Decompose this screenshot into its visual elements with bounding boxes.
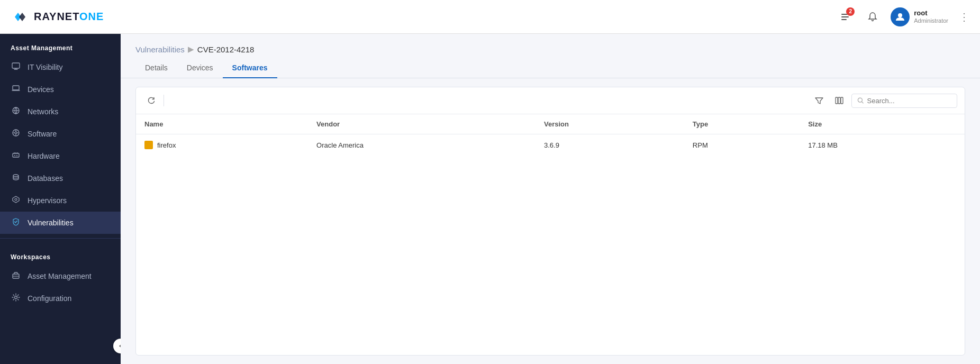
sidebar-divider <box>0 238 121 239</box>
sidebar-item-it-visibility[interactable]: IT Visibility <box>0 56 121 78</box>
svg-point-9 <box>15 132 17 134</box>
sidebar-item-configuration[interactable]: Configuration <box>0 287 121 310</box>
hypervisor-icon <box>11 195 21 206</box>
cell-type: RPM <box>684 134 800 156</box>
breadcrumb: Vulnerabilities ▶ CVE-2012-4218 <box>121 34 980 54</box>
column-vendor: Vendor <box>308 114 536 134</box>
sidebar-item-label: Databases <box>28 174 63 183</box>
cell-version: 3.6.9 <box>536 134 684 156</box>
sidebar-item-label: Configuration <box>28 294 71 303</box>
shield-icon <box>11 217 21 228</box>
svg-rect-17 <box>836 97 838 104</box>
sidebar-item-label: Hardware <box>28 152 60 160</box>
svg-rect-18 <box>838 97 840 104</box>
configuration-icon <box>11 293 21 304</box>
table-toolbar <box>136 87 965 114</box>
notification-badge: 2 <box>846 7 855 16</box>
hardware-icon <box>11 151 21 161</box>
tab-details[interactable]: Details <box>135 59 177 78</box>
software-icon <box>11 129 21 139</box>
sidebar-item-label: IT Visibility <box>28 63 62 71</box>
breadcrumb-parent[interactable]: Vulnerabilities <box>135 45 185 54</box>
sidebar-item-label: Vulnerabilities <box>28 219 74 227</box>
briefcase-icon <box>11 271 21 281</box>
sidebar-item-hardware[interactable]: Hardware <box>0 145 121 167</box>
content-area: Vulnerabilities ▶ CVE-2012-4218 Details … <box>121 34 980 364</box>
tabs: Details Devices Softwares <box>121 54 980 78</box>
database-icon <box>11 173 21 184</box>
table-row[interactable]: firefox Oracle America 3.6.9 RPM 17.18 M… <box>136 134 965 156</box>
svg-rect-5 <box>12 63 20 68</box>
main-layout: Asset Management IT Visibility Devices <box>0 34 980 364</box>
svg-point-16 <box>15 296 17 299</box>
monitor-icon <box>11 62 21 72</box>
logo-text: RAYNETONE <box>34 11 104 23</box>
search-input[interactable] <box>867 97 951 105</box>
sidebar-item-devices[interactable]: Devices <box>0 78 121 101</box>
tab-devices[interactable]: Devices <box>177 59 223 78</box>
column-type: Type <box>684 114 800 134</box>
svg-rect-11 <box>14 155 15 156</box>
tab-softwares[interactable]: Softwares <box>223 59 277 78</box>
sidebar-item-vulnerabilities[interactable]: Vulnerabilities <box>0 212 121 234</box>
list-view-button[interactable]: 2 <box>836 7 855 26</box>
user-info: root Administrator <box>914 9 948 24</box>
user-menu[interactable]: root Administrator <box>891 7 948 26</box>
cell-name: firefox <box>136 134 308 156</box>
data-table: Name Vendor Version Type Size firefox Or… <box>136 114 965 156</box>
sidebar-collapse-button[interactable] <box>113 339 121 353</box>
sidebar-item-label: Hypervisors <box>28 196 67 205</box>
breadcrumb-separator: ▶ <box>188 44 194 54</box>
column-version: Version <box>536 114 684 134</box>
svg-rect-6 <box>13 86 19 90</box>
toolbar-divider <box>164 95 164 106</box>
svg-rect-19 <box>841 97 843 104</box>
user-name: root <box>914 9 948 17</box>
toolbar-left <box>143 93 164 108</box>
logo: RAYNETONE <box>11 7 104 26</box>
sidebar-section-asset-management: Asset Management <box>0 34 121 56</box>
svg-rect-2 <box>841 16 849 17</box>
breadcrumb-current: CVE-2012-4218 <box>197 45 255 54</box>
more-options-button[interactable]: ⋮ <box>959 11 969 23</box>
sidebar-item-hypervisors[interactable]: Hypervisors <box>0 189 121 212</box>
network-icon <box>11 106 21 117</box>
software-file-icon <box>144 141 153 149</box>
sidebar-item-software[interactable]: Software <box>0 123 121 145</box>
sidebar-item-label: Software <box>28 130 57 138</box>
sidebar-item-networks[interactable]: Networks <box>0 101 121 123</box>
column-name: Name <box>136 114 308 134</box>
sidebar-item-databases[interactable]: Databases <box>0 167 121 189</box>
sidebar-item-label: Devices <box>28 85 54 94</box>
sidebar-item-asset-management-workspace[interactable]: Asset Management <box>0 265 121 287</box>
cell-vendor: Oracle America <box>308 134 536 156</box>
table-container: Name Vendor Version Type Size firefox Or… <box>135 87 965 356</box>
svg-point-14 <box>15 198 17 201</box>
cell-size: 17.18 MB <box>800 134 965 156</box>
sidebar-item-label: Networks <box>28 107 58 116</box>
svg-rect-3 <box>841 19 847 20</box>
avatar <box>891 7 910 26</box>
svg-point-4 <box>898 13 902 17</box>
user-role: Administrator <box>914 17 948 24</box>
refresh-button[interactable] <box>143 93 159 108</box>
svg-point-13 <box>13 175 19 177</box>
laptop-icon <box>11 84 21 95</box>
sidebar: Asset Management IT Visibility Devices <box>0 34 121 364</box>
columns-button[interactable] <box>831 93 847 108</box>
svg-rect-10 <box>13 153 19 157</box>
notification-button[interactable] <box>863 7 882 26</box>
filter-button[interactable] <box>811 93 827 108</box>
sidebar-item-label: Asset Management <box>28 272 92 280</box>
toolbar-right <box>811 93 957 108</box>
header-right: 2 root Administrator ⋮ <box>836 7 969 26</box>
header: RAYNETONE 2 root <box>0 0 980 34</box>
search-box[interactable] <box>851 94 957 108</box>
svg-rect-12 <box>16 155 17 156</box>
sidebar-section-workspaces: Workspaces <box>0 243 121 265</box>
software-name: firefox <box>157 141 176 149</box>
column-size: Size <box>800 114 965 134</box>
